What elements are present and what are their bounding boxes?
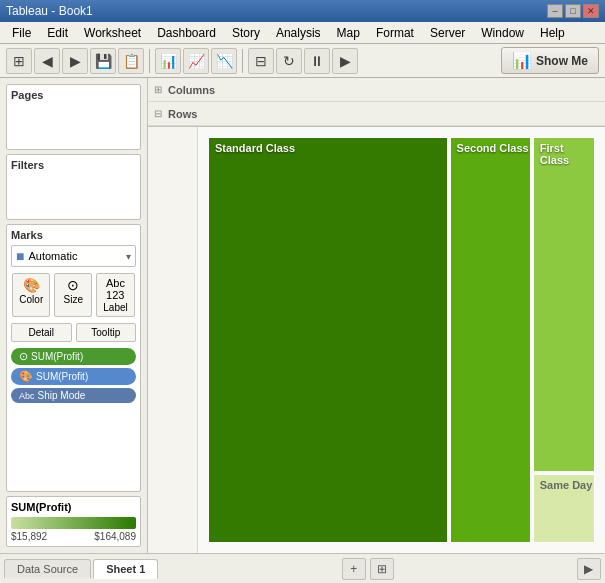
pill2-label: SUM(Profit) bbox=[36, 371, 88, 382]
filters-label: Filters bbox=[11, 159, 136, 171]
filters-content bbox=[11, 175, 136, 215]
tooltip-button[interactable]: Tooltip bbox=[76, 323, 137, 342]
size-button[interactable]: ⊙ Size bbox=[54, 273, 92, 317]
toolbar-chart3-btn[interactable]: 📉 bbox=[211, 48, 237, 74]
menu-analysis[interactable]: Analysis bbox=[268, 24, 329, 42]
second-class-label: Second Class bbox=[457, 142, 529, 154]
viz-canvas: Standard Class Second Class First Class … bbox=[198, 127, 605, 553]
marks-type-icon: ■ bbox=[16, 248, 24, 264]
pill1-label: SUM(Profit) bbox=[31, 351, 83, 362]
present-btn[interactable]: ▶ bbox=[577, 558, 601, 580]
toolbar-refresh-btn[interactable]: ↻ bbox=[276, 48, 302, 74]
shipmode-label-pill[interactable]: Abc Ship Mode bbox=[11, 388, 136, 403]
title-text: Tableau - Book1 bbox=[6, 4, 93, 18]
show-me-button[interactable]: 📊 Show Me bbox=[501, 47, 599, 74]
rows-label: Rows bbox=[168, 108, 197, 120]
label-button[interactable]: Abc123 Label bbox=[96, 273, 134, 317]
treemap-right-col: First Class Same Day bbox=[533, 137, 595, 543]
legend-gradient bbox=[11, 517, 136, 529]
color2-icon: 🎨 bbox=[19, 370, 33, 383]
viz-axis bbox=[148, 127, 198, 553]
title-bar: Tableau - Book1 – □ ✕ bbox=[0, 0, 605, 22]
toolbar-forward-btn[interactable]: ▶ bbox=[62, 48, 88, 74]
toolbar-grid-btn[interactable]: ⊞ bbox=[6, 48, 32, 74]
menu-dashboard[interactable]: Dashboard bbox=[149, 24, 224, 42]
menu-format[interactable]: Format bbox=[368, 24, 422, 42]
menu-window[interactable]: Window bbox=[473, 24, 532, 42]
sheet-view-btn[interactable]: ⊞ bbox=[370, 558, 394, 580]
show-me-label: Show Me bbox=[536, 54, 588, 68]
menu-worksheet[interactable]: Worksheet bbox=[76, 24, 149, 42]
datasource-label: Data Source bbox=[17, 563, 78, 575]
profit-size-pill[interactable]: ⊙ SUM(Profit) bbox=[11, 348, 136, 365]
columns-shelf: ⊞ Columns bbox=[148, 78, 605, 102]
main-area: Pages Filters Marks ■ Automatic ▾ 🎨 Colo… bbox=[0, 78, 605, 553]
minimize-button[interactable]: – bbox=[547, 4, 563, 18]
menu-server[interactable]: Server bbox=[422, 24, 473, 42]
toolbar-save-btn[interactable]: 💾 bbox=[90, 48, 116, 74]
marks-buttons-row: 🎨 Color ⊙ Size Abc123 Label bbox=[11, 273, 136, 317]
columns-label: Columns bbox=[168, 84, 215, 96]
show-me-icon: 📊 bbox=[512, 51, 532, 70]
standard-class-label: Standard Class bbox=[215, 142, 295, 154]
treemap-container: Standard Class Second Class First Class … bbox=[208, 137, 595, 543]
sheet1-tab[interactable]: Sheet 1 bbox=[93, 559, 158, 579]
color-label: Color bbox=[19, 294, 43, 305]
toolbar-present-btn[interactable]: ▶ bbox=[332, 48, 358, 74]
color-button[interactable]: 🎨 Color bbox=[12, 273, 50, 317]
toolbar-back-btn[interactable]: ◀ bbox=[34, 48, 60, 74]
menu-map[interactable]: Map bbox=[329, 24, 368, 42]
pill3-label: Ship Mode bbox=[38, 390, 86, 401]
maximize-button[interactable]: □ bbox=[565, 4, 581, 18]
text-icon: Abc bbox=[19, 391, 35, 401]
add-sheet-btn[interactable]: + bbox=[342, 558, 366, 580]
shelf-area: ⊞ Columns ⊟ Rows bbox=[148, 78, 605, 127]
marks-section: Marks ■ Automatic ▾ 🎨 Color ⊙ Size Abc12… bbox=[6, 224, 141, 492]
marks-pills: ⊙ SUM(Profit) 🎨 SUM(Profit) Abc Ship Mod… bbox=[11, 348, 136, 403]
marks-label: Marks bbox=[11, 229, 136, 241]
treemap-standard-class: Standard Class bbox=[208, 137, 448, 543]
detail-button[interactable]: Detail bbox=[11, 323, 72, 342]
treemap-second-class: Second Class bbox=[450, 137, 531, 543]
toolbar: ⊞ ◀ ▶ 💾 📋 📊 📈 📉 ⊟ ↻ ⏸ ▶ 📊 Show Me bbox=[0, 44, 605, 78]
treemap-first-class: First Class bbox=[533, 137, 595, 472]
legend-range: $15,892 $164,089 bbox=[11, 531, 136, 542]
circle-icon: ⊙ bbox=[19, 350, 28, 363]
title-bar-controls: – □ ✕ bbox=[547, 4, 599, 18]
profit-color-pill[interactable]: 🎨 SUM(Profit) bbox=[11, 368, 136, 385]
viz-area: Standard Class Second Class First Class … bbox=[148, 127, 605, 553]
color-icon: 🎨 bbox=[23, 277, 40, 293]
marks-type-label: Automatic bbox=[28, 250, 77, 262]
size-icon: ⊙ bbox=[67, 277, 79, 293]
sep2 bbox=[242, 49, 243, 73]
left-panel: Pages Filters Marks ■ Automatic ▾ 🎨 Colo… bbox=[0, 78, 148, 553]
menu-bar: File Edit Worksheet Dashboard Story Anal… bbox=[0, 22, 605, 44]
marks-type-dropdown[interactable]: ■ Automatic ▾ bbox=[11, 245, 136, 267]
columns-icon: ⊞ bbox=[154, 84, 162, 95]
toolbar-chart1-btn[interactable]: 📊 bbox=[155, 48, 181, 74]
sep1 bbox=[149, 49, 150, 73]
menu-edit[interactable]: Edit bbox=[39, 24, 76, 42]
toolbar-filter-btn[interactable]: ⊟ bbox=[248, 48, 274, 74]
same-day-label: Same Day bbox=[540, 479, 593, 491]
rows-shelf: ⊟ Rows bbox=[148, 102, 605, 126]
filters-section: Filters bbox=[6, 154, 141, 220]
legend-min: $15,892 bbox=[11, 531, 47, 542]
toolbar-pause-btn[interactable]: ⏸ bbox=[304, 48, 330, 74]
pages-content bbox=[11, 105, 136, 145]
menu-story[interactable]: Story bbox=[224, 24, 268, 42]
menu-file[interactable]: File bbox=[4, 24, 39, 42]
first-class-label: First Class bbox=[540, 142, 594, 166]
treemap-same-day: Same Day bbox=[533, 474, 595, 543]
size-label: Size bbox=[64, 294, 83, 305]
label-icon: Abc123 bbox=[106, 277, 125, 301]
toolbar-chart2-btn[interactable]: 📈 bbox=[183, 48, 209, 74]
bottom-bar: Data Source Sheet 1 + ⊞ ▶ bbox=[0, 553, 605, 583]
marks-dropdown-arrow: ▾ bbox=[126, 251, 131, 262]
right-content: ⊞ Columns ⊟ Rows Standard Class Secon bbox=[148, 78, 605, 553]
close-button[interactable]: ✕ bbox=[583, 4, 599, 18]
menu-help[interactable]: Help bbox=[532, 24, 573, 42]
toolbar-copy-btn[interactable]: 📋 bbox=[118, 48, 144, 74]
legend-max: $164,089 bbox=[94, 531, 136, 542]
datasource-tab[interactable]: Data Source bbox=[4, 559, 91, 578]
